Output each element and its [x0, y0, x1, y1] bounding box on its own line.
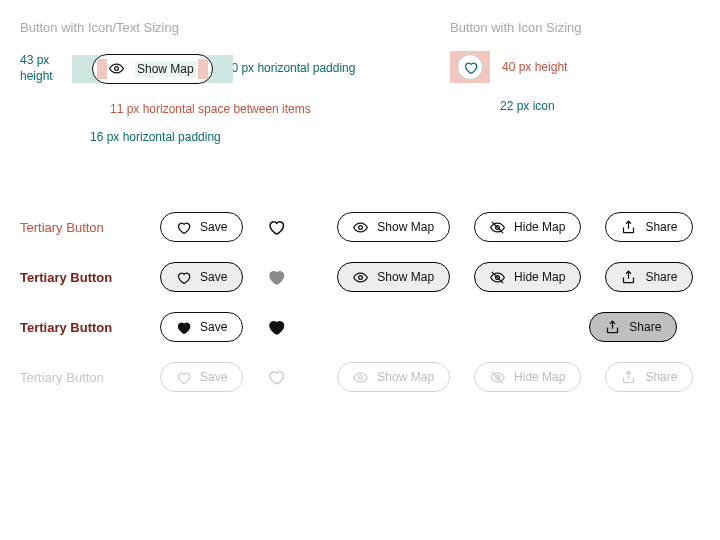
- heart-icon: [176, 320, 191, 335]
- heart-button: [267, 368, 285, 386]
- row-label: Tertiary Button: [20, 320, 160, 335]
- button-label: Hide Map: [514, 370, 565, 384]
- annotation-gap: 11 px horizontal space between items: [110, 102, 410, 116]
- button-label: Share: [645, 270, 677, 284]
- spec-button: Show Map: [92, 54, 213, 84]
- heart-button[interactable]: [267, 318, 285, 336]
- hide-map-button[interactable]: Hide Map: [474, 212, 581, 242]
- button-label: Share: [645, 220, 677, 234]
- hide-map-button[interactable]: Hide Map: [474, 262, 581, 292]
- eye-icon: [109, 61, 124, 76]
- button-label: Save: [200, 370, 227, 384]
- show-map-button[interactable]: Show Map: [337, 262, 450, 292]
- spec-button-label: Show Map: [135, 61, 196, 77]
- eye-off-icon: [490, 270, 505, 285]
- share-icon: [621, 270, 636, 285]
- hide-map-button: Hide Map: [474, 362, 581, 392]
- row-label: Tertiary Button: [20, 270, 160, 285]
- spec-section-title: Button with Icon/Text Sizing: [20, 20, 410, 35]
- heart-icon: [176, 270, 191, 285]
- eye-icon: [353, 370, 368, 385]
- button-label: Save: [200, 220, 227, 234]
- share-button[interactable]: Share: [589, 312, 677, 342]
- annotation-icon-size: 22 px icon: [500, 99, 700, 113]
- eye-icon: [353, 220, 368, 235]
- heart-button[interactable]: [267, 268, 285, 286]
- button-label: Show Map: [377, 220, 434, 234]
- heart-icon: [176, 220, 191, 235]
- show-map-button[interactable]: Show Map: [337, 212, 450, 242]
- svg-point-0: [115, 67, 119, 71]
- share-button[interactable]: Share: [605, 212, 693, 242]
- heart-icon: [463, 60, 478, 75]
- button-label: Save: [200, 320, 227, 334]
- save-button[interactable]: Save: [160, 312, 243, 342]
- spec-icon-button: [450, 51, 490, 83]
- row-label: Tertiary Button: [20, 370, 160, 385]
- button-label: Hide Map: [514, 220, 565, 234]
- spec-section-title: Button with Icon Sizing: [450, 20, 700, 35]
- share-icon: [605, 320, 620, 335]
- eye-off-icon: [490, 220, 505, 235]
- share-icon: [621, 220, 636, 235]
- save-button[interactable]: Save: [160, 262, 243, 292]
- button-label: Save: [200, 270, 227, 284]
- show-map-button: Show Map: [337, 362, 450, 392]
- share-button: Share: [605, 362, 693, 392]
- row-label: Tertiary Button: [20, 220, 160, 235]
- button-label: Share: [645, 370, 677, 384]
- eye-icon: [353, 270, 368, 285]
- save-button[interactable]: Save: [160, 212, 243, 242]
- annotation-hpad: 10 px horizontal padding: [225, 61, 356, 77]
- annotation-icon-height: 40 px height: [502, 60, 567, 74]
- heart-button[interactable]: [267, 218, 285, 236]
- annotation-outerpad: 16 px horizontal padding: [90, 130, 410, 144]
- button-label: Hide Map: [514, 270, 565, 284]
- share-button[interactable]: Share: [605, 262, 693, 292]
- svg-point-10: [359, 375, 363, 379]
- share-icon: [621, 370, 636, 385]
- eye-off-icon: [490, 370, 505, 385]
- svg-point-1: [359, 225, 363, 229]
- save-button: Save: [160, 362, 243, 392]
- svg-point-5: [359, 275, 363, 279]
- button-label: Show Map: [377, 370, 434, 384]
- annotation-height: 43 px height: [20, 53, 80, 84]
- button-label: Share: [629, 320, 661, 334]
- button-label: Show Map: [377, 270, 434, 284]
- heart-icon: [176, 370, 191, 385]
